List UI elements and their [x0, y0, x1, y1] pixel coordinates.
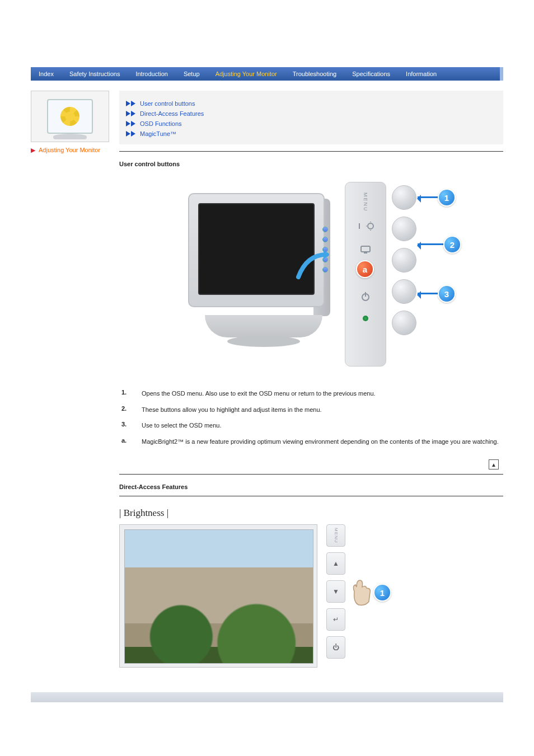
figure-direct-access-brightness: MENU ▲ ▼ ↵ ⏻ 1 — [119, 524, 477, 675]
divider — [119, 151, 503, 152]
power-led-icon — [363, 316, 368, 321]
svg-marker-8 — [324, 250, 329, 259]
divider — [119, 496, 503, 496]
sublink-magictune[interactable]: MagicTune™ — [140, 130, 176, 137]
callout-1: 1 — [438, 189, 456, 206]
panel-enter-button: ↵ — [326, 608, 345, 631]
svg-marker-4 — [126, 121, 130, 126]
double-arrow-icon — [126, 131, 135, 137]
nav-safety-instructions[interactable]: Safety Instructions — [62, 71, 128, 77]
svg-marker-3 — [131, 111, 135, 116]
svg-marker-5 — [131, 121, 135, 126]
double-arrow-icon — [126, 111, 135, 116]
sidebar-label-text: Adjusting Your Monitor — [39, 147, 100, 154]
description-list: 1. Opens the OSD menu. Also use to exit … — [119, 386, 503, 449]
subsection-title-brightness: | Brightness | — [119, 502, 503, 521]
section-title-direct-access: Direct-Access Features — [119, 480, 503, 494]
swoosh-arrow-icon — [296, 249, 329, 283]
callout-arrow — [418, 196, 438, 198]
svg-rect-11 — [364, 252, 367, 253]
callout-3: 3 — [438, 285, 456, 303]
back-to-top-icon[interactable]: ▲ — [489, 459, 499, 469]
double-arrow-icon — [126, 121, 135, 126]
sidebar: ▶ Adjusting Your Monitor — [31, 91, 109, 675]
callout-2: 2 — [443, 236, 461, 253]
svg-rect-14 — [365, 292, 366, 297]
description-row: 2. These buttons allow you to highlight … — [121, 402, 501, 418]
brightness-button-panel: MENU ▲ ▼ ↵ ⏻ — [326, 524, 345, 659]
sublinks: User control buttons Direct-Access Featu… — [119, 91, 503, 144]
description-row: a. MagicBright2™ is a new feature provid… — [121, 434, 501, 450]
figure-user-control-buttons: MENU — [119, 171, 503, 379]
panel-menu-button: MENU — [326, 524, 345, 547]
description-row: 3. Use to select the OSD menu. — [121, 417, 501, 434]
physical-button — [392, 248, 416, 273]
nav-setup[interactable]: Setup — [176, 71, 208, 77]
panel-down-button: ▼ — [326, 580, 345, 603]
callout-a: a — [356, 260, 374, 278]
nav-adjusting-your-monitor[interactable]: Adjusting Your Monitor — [208, 71, 285, 77]
panel-up-button: ▲ — [326, 552, 345, 575]
physical-buttons-column — [392, 185, 416, 335]
sublink-osd-functions[interactable]: OSD Functions — [140, 120, 182, 127]
callout-arrow — [418, 293, 438, 294]
crt-monitor-illustration — [182, 182, 350, 350]
nav-end-decoration — [500, 67, 503, 81]
pointing-hand-icon — [349, 575, 377, 608]
svg-rect-10 — [361, 246, 370, 252]
callout-arrow — [418, 243, 443, 245]
svg-marker-7 — [131, 131, 135, 137]
landscape-photo — [124, 529, 313, 664]
svg-marker-2 — [126, 111, 130, 116]
panel-power-button: ⏻ — [326, 636, 345, 659]
nav-introduction[interactable]: Introduction — [128, 71, 175, 77]
callout-1: 1 — [373, 584, 391, 602]
divider — [119, 474, 503, 475]
footer-bar — [31, 692, 503, 702]
nav-troubleshooting[interactable]: Troubleshooting — [285, 71, 344, 77]
power-icon — [360, 292, 371, 303]
svg-point-9 — [368, 223, 373, 229]
sublink-direct-access-features[interactable]: Direct-Access Features — [140, 110, 204, 117]
physical-button — [392, 217, 416, 241]
nav-index[interactable]: Index — [31, 71, 62, 77]
nav-specifications[interactable]: Specifications — [344, 71, 398, 77]
double-arrow-icon — [126, 101, 135, 106]
menu-label: MENU — [363, 192, 368, 209]
nav-information[interactable]: Information — [398, 71, 444, 77]
caret-right-icon: ▶ — [31, 147, 35, 154]
svg-marker-6 — [126, 131, 130, 137]
description-row: 1. Opens the OSD menu. Also use to exit … — [121, 386, 501, 402]
top-nav: Index Safety Instructions Introduction S… — [31, 67, 503, 81]
flower-icon — [60, 107, 79, 126]
svg-marker-1 — [131, 101, 135, 106]
sublink-user-control-buttons[interactable]: User control buttons — [140, 100, 195, 107]
content: User control buttons Direct-Access Featu… — [119, 91, 503, 675]
adjust-icon — [357, 222, 374, 232]
sidebar-label: ▶ Adjusting Your Monitor — [31, 147, 109, 154]
svg-marker-0 — [126, 101, 130, 106]
brightness-preview-frame — [119, 524, 317, 668]
magicbright-icon — [359, 245, 372, 256]
sidebar-monitor-thumbnail — [31, 91, 109, 142]
section-title-user-control-buttons: User control buttons — [119, 157, 503, 171]
physical-button — [392, 311, 416, 335]
